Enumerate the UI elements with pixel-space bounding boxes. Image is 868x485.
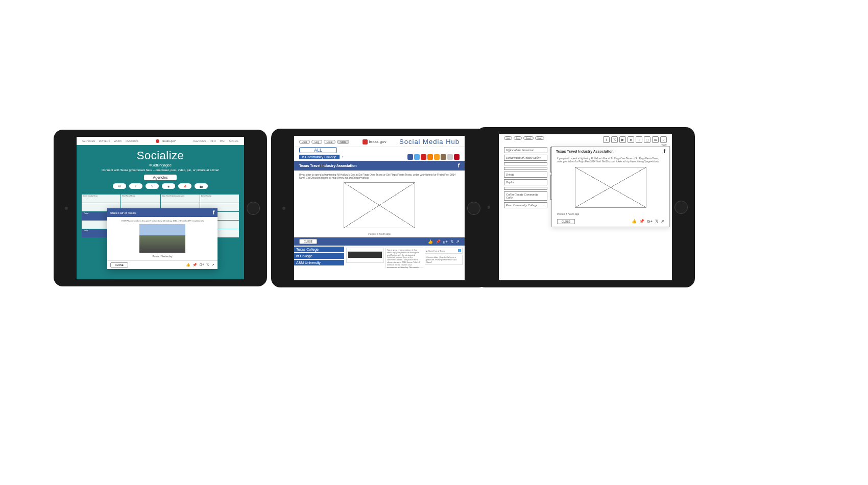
pinterest-icon[interactable]: 📌 [436, 239, 441, 244]
share-icons: 👍 📌 G+ 𝕏 ↗ [186, 263, 214, 267]
page-title: Socialize [87, 149, 234, 162]
pill-local[interactable]: Local [324, 140, 336, 144]
agency-sidebar: Texas College nt College A&M University [294, 247, 344, 270]
feed-card[interactable]: Denton County [200, 195, 239, 203]
like-icon[interactable]: 👍 [186, 263, 190, 267]
twitter-icon [458, 249, 461, 252]
all-filter-button[interactable]: ALL [299, 147, 337, 153]
filter-facebook[interactable]: f [129, 183, 142, 189]
feed-card[interactable]: State Fair of Texas [121, 195, 160, 203]
sidebar-item[interactable]: Paso Community College [504, 202, 547, 208]
nav-drivers[interactable]: DRIVERS [99, 139, 110, 142]
sidebar-item[interactable]: Office of the Governor [504, 147, 547, 153]
filter-instagram[interactable]: 📷 [195, 183, 208, 189]
youtube-icon[interactable] [421, 154, 426, 160]
modal-header: Texas Travel Industry Association f [294, 161, 465, 171]
twitter-icon[interactable]: 𝕏 [206, 263, 209, 267]
agencies-button[interactable]: Agencies [144, 175, 177, 180]
like-icon[interactable]: 👍 [632, 219, 637, 224]
arrow-up-icon[interactable]: ↑ [342, 155, 344, 159]
pinterest-icon[interactable]: P [660, 136, 667, 143]
filter-pinterest[interactable]: 📌 [178, 183, 191, 189]
pinterest-icon[interactable]: 📌 [192, 263, 197, 267]
linkedin-icon[interactable]: in [652, 136, 659, 143]
pinterest-icon[interactable] [454, 154, 460, 160]
sidebar-item[interactable]: A&M University [294, 260, 344, 265]
share-icon[interactable]: ↗ [211, 263, 214, 267]
brand-logo[interactable]: texas.gov [154, 139, 177, 143]
sidebar-item[interactable]: Trinity [504, 172, 547, 178]
rss-icon[interactable]: ⌇ [636, 136, 642, 143]
googleplus-icon[interactable]: G+ [647, 219, 653, 224]
sidebar-item[interactable]: nt College [294, 253, 344, 259]
home-button[interactable] [674, 201, 688, 214]
nav-agencies[interactable]: AGENCIES [193, 139, 206, 142]
nav-records[interactable]: RECORDS [126, 139, 138, 142]
hashtag: #GetEngaged [87, 163, 234, 167]
brand-text: texas.gov [369, 139, 387, 144]
filter-youtube[interactable]: ◉ [162, 183, 175, 189]
facebook-icon[interactable]: f [603, 136, 610, 143]
youtube-icon[interactable]: ▶ [619, 136, 626, 143]
facebook-icon: f [664, 149, 665, 154]
pill-leg[interactable]: Leg [514, 136, 522, 140]
googleplus-icon[interactable]: g+ [443, 239, 448, 244]
modal-body: If you plan to spend a frightening All H… [294, 171, 465, 237]
feed-card[interactable]: Texas Travel Industry Association [161, 195, 200, 203]
home-button[interactable] [247, 202, 260, 215]
pill-just[interactable]: Just [504, 136, 512, 140]
breadcrumb[interactable]: n Community College [299, 155, 340, 159]
twitter-icon[interactable]: 𝕏 [450, 239, 453, 244]
filter-all[interactable]: All [113, 183, 126, 189]
twitter-icon[interactable]: 𝕏 [611, 136, 618, 143]
share-icon[interactable]: ↗ [661, 219, 664, 224]
brand-logo[interactable]: texas.gov [363, 139, 387, 144]
rss-icon[interactable] [434, 154, 440, 160]
feed-card[interactable] [346, 248, 384, 263]
sidebar-item[interactable] [504, 162, 547, 165]
twitter-icon[interactable] [414, 154, 420, 160]
modal-footer: CLOSE 👍 📌 G+ 𝕏 ↗ [107, 260, 218, 269]
sidebar-item[interactable] [504, 167, 547, 170]
blogger-icon[interactable] [427, 154, 433, 160]
sidebar-item[interactable]: Collin County Community Colle [504, 191, 547, 201]
nav-info[interactable]: INFO [210, 139, 216, 142]
nav-services[interactable]: SERVICES [82, 139, 95, 142]
nav-social[interactable]: SOCIAL [229, 139, 238, 142]
filter-pills: Just Leg Local State [299, 140, 349, 144]
feed-column: Tag a great representation of that state… [385, 248, 423, 269]
linkedin-icon[interactable] [447, 154, 453, 160]
sidebar-item[interactable]: Texas College [294, 247, 344, 252]
sidebar-item[interactable]: Department of Public Safety [504, 155, 547, 161]
like-icon[interactable]: 👍 [428, 239, 433, 244]
pill-local[interactable]: Local [523, 136, 533, 140]
blog-icon[interactable]: B [628, 136, 634, 143]
nav-map[interactable]: MAP [220, 139, 225, 142]
pill-just[interactable]: Just [299, 140, 310, 144]
pill-state[interactable]: State [535, 136, 544, 140]
feed-card[interactable]: Tag a great representation of that state… [385, 248, 423, 268]
feed-card[interactable]: @cweertdiay: Howdy, it's been a pleasure… [425, 255, 463, 265]
pill-state[interactable]: State [337, 140, 349, 144]
home-button[interactable] [467, 202, 480, 215]
sidebar-item[interactable]: Baylor [504, 179, 547, 185]
pill-leg[interactable]: Leg [311, 140, 322, 144]
filter-twitter[interactable]: 𝕏 [146, 183, 159, 189]
twitter-icon[interactable]: 𝕏 [655, 219, 658, 224]
nav-work[interactable]: WORK [114, 139, 122, 142]
pinterest-icon[interactable]: 📌 [639, 219, 644, 224]
modal-header: Texas Travel Industry Association f [552, 147, 669, 156]
instagram-icon[interactable] [441, 154, 446, 160]
googleplus-icon[interactable]: G+ [199, 263, 204, 267]
sidebar-item[interactable] [504, 187, 547, 190]
close-button[interactable]: CLOSE [110, 262, 128, 268]
instagram-icon[interactable]: ◻ [644, 136, 650, 143]
feed-card[interactable]: ■ State Fair of Texas [425, 248, 463, 254]
icon-toolbar: f 𝕏 ▶ B ⌇ ◻ in P Toggle [603, 136, 667, 146]
facebook-icon[interactable] [407, 154, 413, 160]
close-button[interactable]: CLOSE [557, 219, 575, 224]
share-icon[interactable]: ↗ [456, 239, 460, 244]
brand-text: texas.gov [162, 139, 176, 142]
feed-card[interactable]: Tarrant County, Texas [82, 195, 120, 203]
close-button[interactable]: CLOSE [299, 239, 317, 244]
